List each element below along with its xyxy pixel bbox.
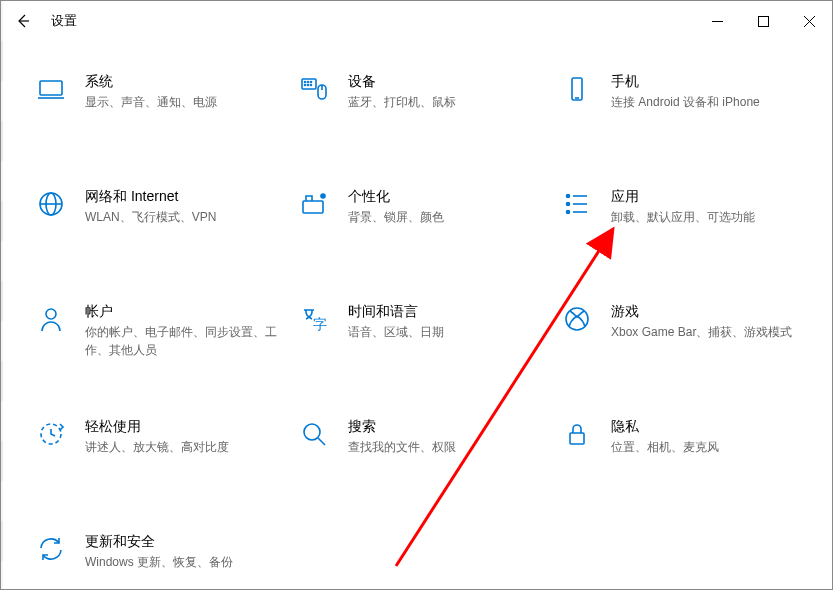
settings-item-sub: 查找我的文件、权限: [348, 438, 456, 456]
settings-item-time-language[interactable]: 字时间和语言语音、区域、日期: [296, 301, 549, 361]
settings-item-label: 隐私: [611, 418, 719, 436]
settings-item-accounts[interactable]: 帐户你的帐户、电子邮件、同步设置、工作、其他人员: [33, 301, 286, 361]
svg-rect-0: [758, 16, 768, 26]
settings-item-sub: 连接 Android 设备和 iPhone: [611, 93, 760, 111]
svg-rect-2: [302, 79, 316, 89]
settings-item-text: 应用卸载、默认应用、可选功能: [611, 186, 763, 226]
settings-item-label: 个性化: [348, 188, 444, 206]
svg-point-18: [567, 195, 570, 198]
phone-icon: [559, 71, 595, 107]
settings-item-personalization[interactable]: 个性化背景、锁屏、颜色: [296, 186, 549, 246]
back-arrow-icon: [15, 13, 31, 29]
paint-icon: [296, 186, 332, 222]
maximize-button[interactable]: [740, 1, 786, 41]
settings-item-phone[interactable]: 手机连接 Android 设备和 iPhone: [559, 71, 812, 131]
titlebar: 设置: [1, 1, 832, 41]
svg-point-24: [46, 309, 56, 319]
settings-item-devices[interactable]: 设备蓝牙、打印机、鼠标: [296, 71, 549, 131]
settings-item-text: 时间和语言语音、区域、日期: [348, 301, 452, 341]
settings-item-sub: 卸载、默认应用、可选功能: [611, 208, 755, 226]
settings-item-search[interactable]: 搜索查找我的文件、权限: [296, 416, 549, 476]
settings-item-text: 隐私位置、相机、麦克风: [611, 416, 727, 456]
svg-point-19: [567, 203, 570, 206]
settings-item-label: 时间和语言: [348, 303, 444, 321]
settings-item-sub: 讲述人、放大镜、高对比度: [85, 438, 229, 456]
svg-point-8: [311, 85, 312, 86]
close-button[interactable]: [786, 1, 832, 41]
close-icon: [804, 16, 815, 27]
settings-item-label: 手机: [611, 73, 760, 91]
settings-item-label: 更新和安全: [85, 533, 233, 551]
svg-point-7: [308, 85, 309, 86]
settings-item-label: 网络和 Internet: [85, 188, 216, 206]
window-title: 设置: [51, 12, 77, 30]
settings-item-text: 搜索查找我的文件、权限: [348, 416, 464, 456]
settings-item-text: 手机连接 Android 设备和 iPhone: [611, 71, 768, 111]
settings-item-network[interactable]: 网络和 InternetWLAN、飞行模式、VPN: [33, 186, 286, 246]
settings-item-system[interactable]: 系统显示、声音、通知、电源: [33, 71, 286, 131]
svg-point-28: [304, 424, 320, 440]
apps-list-icon: [559, 186, 595, 222]
settings-item-sub: WLAN、飞行模式、VPN: [85, 208, 216, 226]
xbox-icon: [559, 301, 595, 337]
settings-item-text: 游戏Xbox Game Bar、捕获、游戏模式: [611, 301, 800, 341]
settings-item-label: 搜索: [348, 418, 456, 436]
settings-item-text: 设备蓝牙、打印机、鼠标: [348, 71, 464, 111]
settings-item-label: 帐户: [85, 303, 278, 321]
svg-rect-30: [570, 433, 584, 444]
settings-item-label: 游戏: [611, 303, 792, 321]
settings-grid: 系统显示、声音、通知、电源设备蓝牙、打印机、鼠标手机连接 Android 设备和…: [1, 41, 832, 590]
svg-point-6: [305, 85, 306, 86]
settings-item-apps[interactable]: 应用卸载、默认应用、可选功能: [559, 186, 812, 246]
settings-item-sub: 蓝牙、打印机、鼠标: [348, 93, 456, 111]
ease-icon: [33, 416, 69, 452]
svg-point-4: [308, 82, 309, 83]
time-language-icon: 字: [296, 301, 332, 337]
settings-item-privacy[interactable]: 隐私位置、相机、麦克风: [559, 416, 812, 476]
svg-point-5: [311, 82, 312, 83]
settings-item-label: 系统: [85, 73, 217, 91]
minimize-button[interactable]: [694, 1, 740, 41]
settings-item-sub: 位置、相机、麦克风: [611, 438, 719, 456]
svg-text:字: 字: [313, 316, 327, 332]
settings-item-sub: Windows 更新、恢复、备份: [85, 553, 233, 571]
settings-item-sub: 背景、锁屏、颜色: [348, 208, 444, 226]
sync-icon: [33, 531, 69, 567]
svg-point-20: [567, 211, 570, 214]
settings-item-ease-of-access[interactable]: 轻松使用讲述人、放大镜、高对比度: [33, 416, 286, 476]
settings-item-sub: 你的帐户、电子邮件、同步设置、工作、其他人员: [85, 323, 278, 359]
settings-item-text: 网络和 InternetWLAN、飞行模式、VPN: [85, 186, 224, 226]
svg-rect-11: [572, 78, 582, 100]
settings-item-text: 帐户你的帐户、电子邮件、同步设置、工作、其他人员: [85, 301, 286, 359]
settings-item-label: 轻松使用: [85, 418, 229, 436]
settings-item-text: 个性化背景、锁屏、颜色: [348, 186, 452, 226]
settings-item-sub: Xbox Game Bar、捕获、游戏模式: [611, 323, 792, 341]
svg-rect-16: [303, 201, 323, 213]
settings-item-update-security[interactable]: 更新和安全Windows 更新、恢复、备份: [33, 531, 286, 590]
svg-point-3: [305, 82, 306, 83]
svg-point-17: [321, 194, 325, 198]
search-icon: [296, 416, 332, 452]
back-button[interactable]: [1, 1, 45, 41]
settings-item-text: 更新和安全Windows 更新、恢复、备份: [85, 531, 241, 571]
settings-item-sub: 显示、声音、通知、电源: [85, 93, 217, 111]
settings-item-label: 应用: [611, 188, 755, 206]
settings-item-gaming[interactable]: 游戏Xbox Game Bar、捕获、游戏模式: [559, 301, 812, 361]
settings-item-text: 轻松使用讲述人、放大镜、高对比度: [85, 416, 237, 456]
settings-item-label: 设备: [348, 73, 456, 91]
svg-line-29: [318, 438, 325, 445]
keyboard-mouse-icon: [296, 71, 332, 107]
maximize-icon: [758, 16, 769, 27]
person-icon: [33, 301, 69, 337]
lock-icon: [559, 416, 595, 452]
svg-rect-1: [40, 81, 62, 95]
globe-icon: [33, 186, 69, 222]
window-controls: [694, 1, 832, 41]
minimize-icon: [712, 16, 723, 27]
settings-item-sub: 语音、区域、日期: [348, 323, 444, 341]
settings-item-text: 系统显示、声音、通知、电源: [85, 71, 225, 111]
laptop-icon: [33, 71, 69, 107]
